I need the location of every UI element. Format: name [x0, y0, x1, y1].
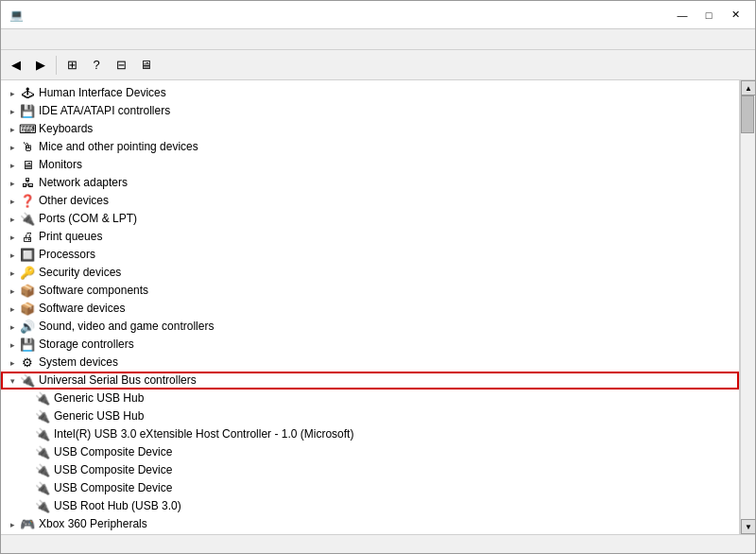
- menu-help[interactable]: [50, 38, 65, 42]
- tree-expand-arrow[interactable]: ▸: [5, 355, 20, 371]
- menu-action[interactable]: [20, 38, 35, 42]
- device-icon-monitors: 🖥: [20, 158, 35, 173]
- device-icon-security: 🔑: [20, 266, 35, 281]
- tree-expand-arrow[interactable]: ▸: [5, 104, 20, 119]
- tree-item-usb-composite-2[interactable]: ▸🔌USB Composite Device: [1, 461, 739, 479]
- tree-expand-arrow[interactable]: ▸: [5, 140, 20, 155]
- update-button[interactable]: ⊟: [110, 54, 132, 77]
- device-icon-usb-controllers: 🔌: [20, 373, 35, 389]
- tree-item-system[interactable]: ▸⚙System devices: [1, 354, 739, 372]
- window-controls: — □ ✕: [670, 6, 747, 25]
- tree-expand-arrow[interactable]: ▸: [5, 338, 20, 353]
- tree-label-network: Network adapters: [39, 174, 128, 192]
- tree-item-software-components[interactable]: ▸📦Software components: [1, 282, 739, 300]
- tree-expand-arrow[interactable]: ▸: [5, 230, 20, 245]
- vertical-scrollbar[interactable]: ▲ ▼: [740, 80, 755, 534]
- device-icon-human-interface: 🕹: [20, 86, 35, 101]
- menu-view[interactable]: [35, 38, 50, 42]
- tree-label-storage: Storage controllers: [39, 336, 134, 354]
- title-bar: 💻 — □ ✕: [1, 1, 755, 29]
- device-icon-xbox: 🎮: [20, 517, 35, 532]
- tree-item-usb-composite-3[interactable]: ▸🔌USB Composite Device: [1, 479, 739, 497]
- tree-label-sound: Sound, video and game controllers: [39, 318, 214, 336]
- device-icon-sound: 🔊: [20, 320, 35, 335]
- tree-item-ide[interactable]: ▸💾IDE ATA/ATAPI controllers: [1, 102, 739, 120]
- tree-label-usb-root-hub: USB Root Hub (USB 3.0): [54, 497, 181, 515]
- tree-item-generic-hub-2[interactable]: ▸🔌Generic USB Hub: [1, 407, 739, 425]
- close-button[interactable]: ✕: [723, 6, 747, 25]
- tree-item-security[interactable]: ▸🔑Security devices: [1, 264, 739, 282]
- tree-item-keyboards[interactable]: ▸⌨Keyboards: [1, 120, 739, 138]
- device-icon-intel-usb3: 🔌: [35, 427, 50, 442]
- content-area: ▸🕹Human Interface Devices▸💾IDE ATA/ATAPI…: [1, 80, 755, 534]
- tree-item-usb-root-hub[interactable]: ▸🔌USB Root Hub (USB 3.0): [1, 497, 739, 515]
- device-icon-system: ⚙: [20, 355, 35, 371]
- device-icon-usb-composite-2: 🔌: [35, 463, 50, 478]
- tree-label-generic-hub-2: Generic USB Hub: [54, 407, 144, 425]
- tree-expand-arrow[interactable]: ▸: [5, 194, 20, 209]
- tree-label-mice: Mice and other pointing devices: [39, 138, 198, 156]
- tree-expand-arrow[interactable]: ▸: [5, 517, 20, 532]
- device-icon-generic-hub-1: 🔌: [35, 391, 50, 407]
- device-icon-processors: 🔲: [20, 248, 35, 263]
- tree-label-ports: Ports (COM & LPT): [39, 210, 137, 228]
- scroll-down-button[interactable]: ▼: [741, 519, 755, 534]
- device-icon-ide: 💾: [20, 104, 35, 119]
- tree-label-software-devices: Software devices: [39, 300, 125, 318]
- tree-label-intel-usb3: Intel(R) USB 3.0 eXtensible Host Control…: [54, 425, 353, 443]
- app-icon: 💻: [9, 8, 24, 23]
- scroll-thumb[interactable]: [741, 95, 754, 133]
- tree-expand-arrow[interactable]: ▸: [5, 266, 20, 281]
- tree-label-system: System devices: [39, 354, 118, 372]
- tree-expand-arrow[interactable]: ▸: [5, 86, 20, 101]
- device-tree[interactable]: ▸🕹Human Interface Devices▸💾IDE ATA/ATAPI…: [1, 80, 740, 534]
- tree-expand-arrow[interactable]: ▸: [5, 302, 20, 317]
- tree-item-usb-controllers[interactable]: ▾🔌Universal Serial Bus controllers: [1, 372, 739, 390]
- minimize-button[interactable]: —: [670, 6, 695, 25]
- tree-label-software-components: Software components: [39, 282, 148, 300]
- tree-item-monitors[interactable]: ▸🖥Monitors: [1, 156, 739, 174]
- tree-item-generic-hub-1[interactable]: ▸🔌Generic USB Hub: [1, 390, 739, 407]
- tree-item-human-interface[interactable]: ▸🕹Human Interface Devices: [1, 84, 739, 102]
- tree-label-print: Print queues: [39, 228, 102, 246]
- tree-expand-arrow[interactable]: ▸: [5, 212, 20, 227]
- tree-item-processors[interactable]: ▸🔲Processors: [1, 246, 739, 264]
- tree-expand-arrow[interactable]: ▸: [5, 176, 20, 191]
- tree-item-ports[interactable]: ▸🔌Ports (COM & LPT): [1, 210, 739, 228]
- tree-item-storage[interactable]: ▸💾Storage controllers: [1, 336, 739, 354]
- tree-item-print[interactable]: ▸🖨Print queues: [1, 228, 739, 246]
- tree-item-sound[interactable]: ▸🔊Sound, video and game controllers: [1, 318, 739, 336]
- tree-item-network[interactable]: ▸🖧Network adapters: [1, 174, 739, 192]
- tree-item-xbox[interactable]: ▸🎮Xbox 360 Peripherals: [1, 515, 739, 533]
- device-icon-other: ❓: [20, 194, 35, 209]
- tree-expand-arrow[interactable]: ▸: [5, 248, 20, 263]
- tree-label-monitors: Monitors: [39, 156, 82, 174]
- tree-expand-arrow[interactable]: ▸: [5, 320, 20, 335]
- tree-expand-arrow[interactable]: ▸: [5, 284, 20, 299]
- device-icon-usb-root-hub: 🔌: [35, 499, 50, 514]
- device-icon-mice: 🖱: [20, 140, 35, 155]
- tree-item-mice[interactable]: ▸🖱Mice and other pointing devices: [1, 138, 739, 156]
- device-icon-storage: 💾: [20, 338, 35, 353]
- maximize-button[interactable]: □: [696, 6, 721, 25]
- scroll-track[interactable]: [741, 95, 755, 519]
- device-icon-usb-composite-1: 🔌: [35, 445, 50, 460]
- tree-expand-arrow[interactable]: ▸: [5, 158, 20, 173]
- tree-expand-arrow[interactable]: ▾: [5, 373, 20, 389]
- scroll-up-button[interactable]: ▲: [741, 80, 755, 95]
- device-icon-network: 🖧: [20, 176, 35, 191]
- tree-label-usb-composite-1: USB Composite Device: [54, 443, 172, 461]
- device-icon-generic-hub-2: 🔌: [35, 409, 50, 424]
- tree-item-intel-usb3[interactable]: ▸🔌Intel(R) USB 3.0 eXtensible Host Contr…: [1, 425, 739, 443]
- device-icon-keyboards: ⌨: [20, 122, 35, 137]
- tree-item-software-devices[interactable]: ▸📦Software devices: [1, 300, 739, 318]
- forward-button[interactable]: ▶: [29, 54, 52, 77]
- help-button[interactable]: ?: [85, 54, 108, 77]
- menu-file[interactable]: [5, 38, 20, 42]
- back-button[interactable]: ◀: [5, 54, 27, 77]
- tree-item-usb-composite-1[interactable]: ▸🔌USB Composite Device: [1, 443, 739, 461]
- tree-item-other[interactable]: ▸❓Other devices: [1, 192, 739, 210]
- display-button[interactable]: 🖥: [134, 54, 157, 77]
- device-manager-window: 💻 — □ ✕ ◀ ▶ ⊞ ? ⊟ 🖥 ▸🕹Human Interface De…: [0, 0, 756, 554]
- properties-button[interactable]: ⊞: [60, 54, 83, 77]
